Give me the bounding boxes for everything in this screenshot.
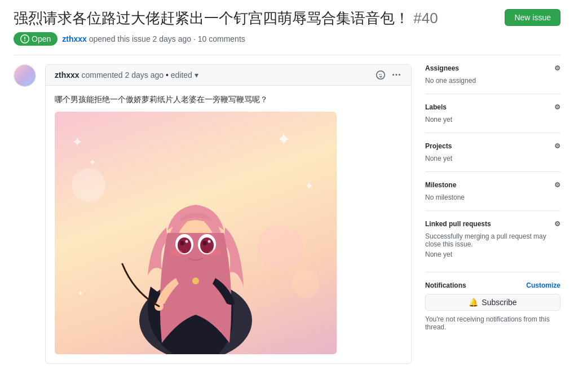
svg-point-13 [186,240,188,243]
page-container: 强烈请求各位路过大佬赶紧出一个钉宫四萌辱骂合集语音包！ #40 New issu… [0,0,574,373]
star-deco-4: ✦ [304,179,314,193]
bokeh-3 [72,168,105,202]
header-divider [14,55,560,55]
subscribe-button[interactable]: 🔔 Subscribe [425,294,560,311]
issue-title-area: 强烈请求各位路过大佬赶紧出一个钉宫四萌辱骂合集语音包！ #40 [14,9,496,28]
meta-action-text: opened this issue [89,34,151,43]
labels-value: None yet [425,116,560,124]
comment-actions [375,69,402,81]
linked-pr-header[interactable]: Linked pull requests ⚙ [425,220,560,228]
subscribe-bell-icon: 🔔 [469,298,478,307]
star-deco-2: ✦ [89,157,96,168]
sidebar-section-projects: Projects ⚙ None yet [425,133,560,171]
milestone-header[interactable]: Milestone ⚙ [425,181,560,189]
sidebar-section-labels: Labels ⚙ None yet [425,94,560,133]
star-deco-1: ✦ [72,134,83,150]
sidebar-section-milestone: Milestone ⚙ No milestone [425,171,560,210]
sidebar-section-assignees: Assignees ⚙ No one assigned [425,64,560,94]
linked-pr-description: Successfully merging a pull request may … [425,232,560,248]
comment-body: 哪个男孩能拒绝一个傲娇萝莉纸片人老婆在一旁鞭写鞭骂呢？ ✦ ✦ ✦ ✦ ✦ [46,86,411,363]
svg-point-15 [169,249,183,256]
projects-header[interactable]: Projects ⚙ [425,142,560,150]
avatar [14,64,36,87]
svg-point-16 [209,249,222,256]
issue-number: #40 [413,10,438,27]
issue-title: 强烈请求各位路过大佬赶紧出一个钉宫四萌辱骂合集语音包！ #40 [14,9,496,28]
notifications-label: Notifications [425,281,466,289]
status-badge-text: Open [32,34,51,43]
linked-pr-label: Linked pull requests [425,220,491,228]
svg-point-11 [180,241,184,245]
bokeh-1 [258,224,303,270]
sidebar: Assignees ⚙ No one assigned Labels ⚙ Non… [425,64,560,340]
milestone-value: No milestone [425,193,560,201]
comment-thread: zthxxx commented 2 days ago • edited ▾ [14,64,412,364]
milestone-gear-icon[interactable]: ⚙ [554,181,560,189]
star-deco-5: ✦ [77,289,84,298]
meta-time: 2 days ago [153,34,192,43]
avatar-image [14,65,36,86]
comment-edited: edited ▾ [171,71,198,80]
linked-pr-value: None yet [425,250,560,258]
notification-note: You're not receiving notifications from … [425,315,560,331]
svg-point-14 [208,240,211,243]
assignees-gear-icon[interactable]: ⚙ [554,64,560,72]
sidebar-section-linked-pr: Linked pull requests ⚙ Successfully merg… [425,210,560,267]
more-options-button[interactable] [391,69,402,81]
labels-header[interactable]: Labels ⚙ [425,103,560,111]
projects-label: Projects [425,142,452,150]
main-content: zthxxx commented 2 days ago • edited ▾ [14,64,412,364]
comment-action: commented 2 days ago [81,71,165,80]
projects-value: None yet [425,155,560,162]
comment-text: 哪个男孩能拒绝一个傲娇萝莉纸片人老婆在一旁鞭写鞭骂呢？ [55,95,402,105]
status-badge: Open [14,32,58,46]
issue-title-text: 强烈请求各位路过大佬赶紧出一个钉宫四萌辱骂合集语音包！ [14,10,409,27]
smiley-icon [376,71,385,80]
issue-meta-text: zthxxx opened this issue 2 days ago · 10… [62,34,245,43]
svg-point-12 [202,241,207,245]
issue-meta: Open zthxxx opened this issue 2 days ago… [14,32,560,46]
customize-link[interactable]: Customize [526,281,560,289]
new-issue-button[interactable]: New issue [505,9,560,26]
comment-header: zthxxx commented 2 days ago • edited ▾ [46,65,411,86]
assignees-label: Assignees [425,64,459,72]
svg-point-18 [192,278,199,284]
author-link[interactable]: zthxxx [62,34,87,43]
more-icon [392,71,401,80]
meta-comments: 10 comments [198,34,245,43]
comment-author-area: zthxxx commented 2 days ago • edited ▾ [55,71,198,80]
sidebar-section-notifications: Notifications Customize 🔔 Subscribe You'… [425,272,560,340]
milestone-label: Milestone [425,181,456,189]
bokeh-2 [292,270,320,298]
comment-image: ✦ ✦ ✦ ✦ ✦ [55,112,337,354]
comment-author-link[interactable]: zthxxx [55,71,80,80]
notifications-header: Notifications Customize [425,281,560,289]
content-area: zthxxx commented 2 days ago • edited ▾ [14,64,560,364]
subscribe-label: Subscribe [482,298,516,307]
assignees-value: No one assigned [425,77,560,85]
open-icon [20,34,29,43]
labels-gear-icon[interactable]: ⚙ [554,103,560,111]
projects-gear-icon[interactable]: ⚙ [554,142,560,150]
emoji-button[interactable] [375,69,386,81]
linked-pr-gear-icon[interactable]: ⚙ [554,220,560,228]
issue-header: 强烈请求各位路过大佬赶紧出一个钉宫四萌辱骂合集语音包！ #40 New issu… [14,9,560,28]
assignees-header[interactable]: Assignees ⚙ [425,64,560,72]
comment-box: zthxxx commented 2 days ago • edited ▾ [45,64,412,364]
chevron-down-icon[interactable]: ▾ [195,71,198,80]
labels-label: Labels [425,103,447,111]
